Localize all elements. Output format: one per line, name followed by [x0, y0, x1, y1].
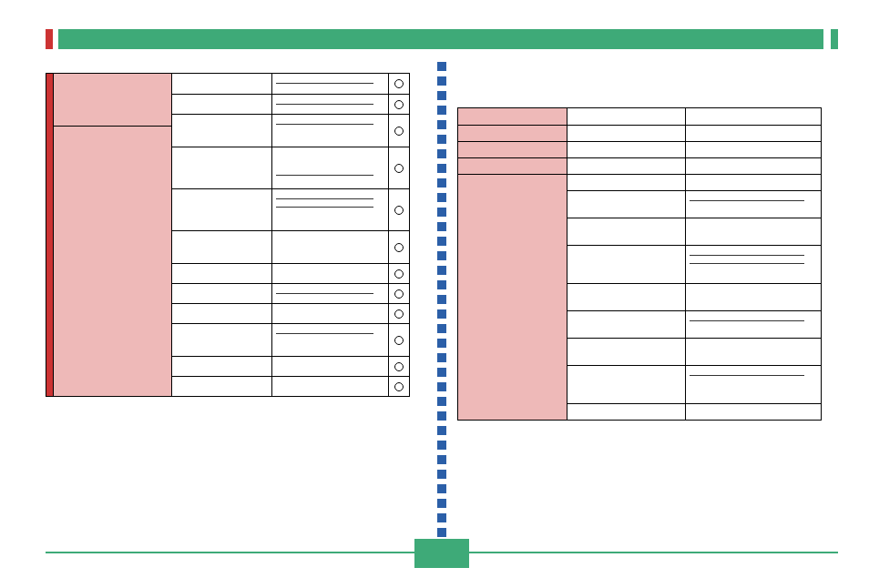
divider-dot [437, 411, 446, 421]
cell [172, 284, 272, 303]
circle-icon [394, 79, 404, 88]
cell [272, 377, 389, 396]
divider-dot [437, 441, 446, 450]
cell-pink [458, 126, 567, 141]
cell [686, 142, 821, 157]
cell [686, 404, 821, 420]
cell [172, 304, 272, 323]
cell [272, 304, 389, 323]
cell [172, 147, 272, 188]
divider-dot [437, 528, 446, 537]
divider-dot [437, 368, 446, 377]
circle-icon [394, 206, 404, 215]
circle-icon [394, 100, 404, 109]
cell-marker [389, 357, 409, 376]
right-table [457, 107, 822, 421]
cell [272, 264, 389, 283]
table-row [172, 147, 409, 188]
cell [272, 284, 389, 303]
center-divider [437, 62, 446, 553]
divider-dot [437, 149, 446, 158]
cell [567, 339, 686, 365]
cell [567, 366, 686, 403]
cell [686, 218, 821, 245]
cell-pink [458, 175, 567, 190]
cell [567, 246, 686, 283]
divider-dot [437, 295, 446, 304]
circle-icon [394, 243, 404, 252]
divider-dot [437, 135, 446, 144]
divider-dot [437, 470, 446, 479]
table-row [567, 403, 821, 420]
cell-pink [458, 142, 567, 157]
table-row [172, 323, 409, 356]
cell [172, 231, 272, 263]
divider-dot [437, 106, 446, 115]
cell [567, 126, 686, 141]
table-row [172, 230, 409, 263]
cell-marker [389, 377, 409, 396]
table-row [172, 303, 409, 323]
divider-dot [437, 178, 446, 188]
cell-marker [389, 264, 409, 283]
divider-dot [437, 455, 446, 464]
cell [172, 189, 272, 230]
circle-icon [394, 269, 404, 279]
table-row [172, 263, 409, 283]
divider-dot [437, 397, 446, 406]
table-row [567, 283, 821, 310]
cell-pink [458, 108, 567, 125]
header-accent-end [831, 29, 838, 49]
table-row [458, 141, 821, 157]
table-row [567, 245, 821, 283]
divider-dot [437, 484, 446, 493]
divider-dot [437, 339, 446, 348]
cell-marker [389, 189, 409, 230]
cell [272, 147, 389, 188]
cell [172, 115, 272, 147]
table-row [567, 338, 821, 365]
cell [686, 175, 821, 190]
cell [272, 357, 389, 376]
cell [567, 158, 686, 174]
table-row [567, 190, 821, 218]
left-pink-group-2 [54, 127, 172, 396]
table-row [172, 283, 409, 303]
cell-marker [389, 231, 409, 263]
cell [272, 324, 389, 356]
cell-marker [389, 284, 409, 303]
left-red-strip [46, 74, 54, 396]
cell [172, 74, 272, 94]
left-table [46, 73, 410, 397]
cell [567, 142, 686, 157]
divider-dot [437, 76, 446, 86]
table-row [172, 188, 409, 230]
circle-icon [394, 309, 404, 319]
cell [272, 115, 389, 147]
table-row [567, 365, 821, 403]
table-row [458, 157, 821, 174]
divider-dot [437, 309, 446, 319]
table-row [172, 94, 409, 114]
cell [686, 339, 821, 365]
divider-dot [437, 237, 446, 246]
circle-icon [394, 362, 404, 371]
cell-marker [389, 95, 409, 114]
cell [686, 158, 821, 174]
table-row [567, 310, 821, 338]
table-row [458, 108, 821, 125]
header-main [58, 29, 823, 49]
cell-marker [389, 147, 409, 188]
divider-dot [437, 193, 446, 202]
cell [686, 311, 821, 338]
divider-dot [437, 513, 446, 522]
divider-dot [437, 208, 446, 217]
right-pink-merged [458, 190, 567, 420]
cell [567, 218, 686, 245]
cell [272, 189, 389, 230]
cell [686, 108, 821, 125]
divider-dot [437, 499, 446, 508]
circle-icon [394, 336, 404, 345]
divider-dot [437, 62, 446, 71]
table-row [172, 114, 409, 147]
